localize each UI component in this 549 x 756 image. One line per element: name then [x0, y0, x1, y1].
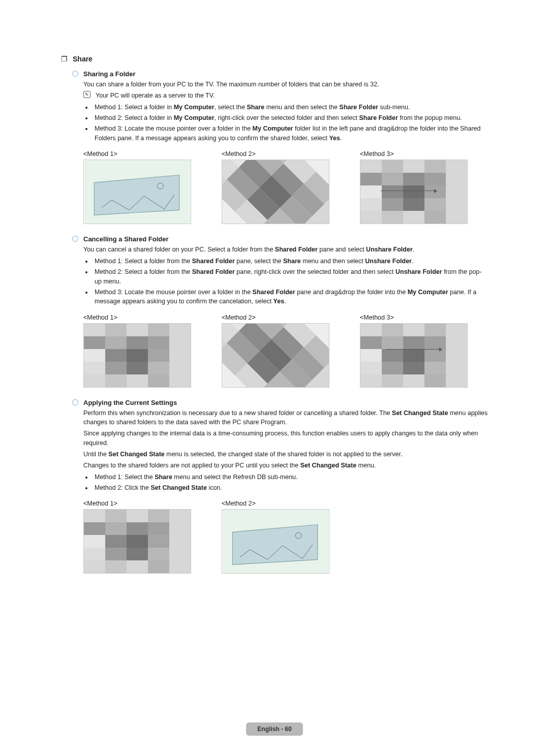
- method2-image: [222, 509, 329, 574]
- method3-image: [360, 160, 468, 224]
- method-col: <Method 1>: [83, 500, 191, 574]
- list-item: Method 1: Select the Share menu and sele…: [93, 472, 488, 483]
- applying-p3: Until the Set Changed State menu is sele…: [83, 450, 488, 459]
- page-footer: English - 60: [0, 722, 549, 736]
- section-header: ❐ Share: [61, 55, 488, 63]
- method-label: <Method 1>: [83, 150, 191, 158]
- sharing-note: Your PC will operate as a server to the …: [96, 91, 215, 100]
- applying-bullets: Method 1: Select the Share menu and sele…: [93, 472, 488, 493]
- sharing-note-row: ✎ Your PC will operate as a server to th…: [83, 91, 488, 100]
- method-label: <Method 1>: [83, 314, 191, 321]
- cancelling-methods-row: <Method 1> <Method 2> <Method 3>: [83, 314, 488, 388]
- method1-image: [83, 509, 191, 574]
- applying-methods-row: <Method 1> <Method 2>: [83, 500, 488, 574]
- sharing-methods-row: <Method 1> <Method 2> <Method 3>: [83, 150, 488, 224]
- applying-settings-block: Applying the Current Settings Perform th…: [72, 399, 488, 574]
- sharing-folder-block: Sharing a Folder You can share a folder …: [72, 70, 488, 224]
- method2-image: [222, 323, 329, 388]
- section-marker: ❐: [61, 55, 68, 63]
- cancelling-title: Cancelling a Shared Folder: [83, 235, 169, 243]
- applying-p4: Changes to the shared folders are not ap…: [83, 461, 488, 470]
- method-label: <Method 3>: [360, 150, 468, 158]
- applying-p1: Perform this when synchronization is nec…: [83, 408, 488, 427]
- method2-image: [222, 160, 329, 224]
- method1-image: [83, 323, 191, 388]
- circle-marker-icon: [72, 236, 78, 242]
- method-label: <Method 2>: [222, 500, 329, 507]
- method-col: <Method 3>: [360, 314, 468, 388]
- cancelling-bullets: Method 1: Select a folder from the Share…: [93, 256, 488, 307]
- method-col: <Method 2>: [222, 500, 329, 574]
- method-label: <Method 3>: [360, 314, 468, 321]
- list-item: Method 2: Click the Set Changed State ic…: [93, 483, 488, 493]
- method1-image: [83, 160, 191, 224]
- note-icon: ✎: [83, 91, 90, 98]
- method-col: <Method 2>: [222, 314, 329, 388]
- list-item: Method 2: Select a folder from the Share…: [93, 267, 488, 287]
- method-col: <Method 3>: [360, 150, 468, 224]
- method-col: <Method 1>: [83, 150, 191, 224]
- circle-marker-icon: [72, 399, 78, 405]
- list-item: Method 1: Select a folder from the Share…: [93, 256, 488, 267]
- circle-marker-icon: [72, 71, 78, 77]
- page-number-pill: English - 60: [246, 722, 302, 736]
- section-title: Share: [73, 55, 93, 63]
- list-item: Method 3: Locate the mouse pointer over …: [93, 123, 488, 144]
- method-col: <Method 1>: [83, 314, 191, 388]
- list-item: Method 1: Select a folder in My Computer…: [93, 102, 488, 113]
- method-label: <Method 2>: [222, 314, 329, 321]
- arrow-icon: [386, 349, 442, 350]
- cancelling-folder-block: Cancelling a Shared Folder You can cance…: [72, 235, 488, 388]
- arrow-icon: [381, 191, 437, 191]
- sharing-intro: You can share a folder from your PC to t…: [83, 80, 488, 89]
- applying-p2: Since applying changes to the internal d…: [83, 429, 488, 447]
- sharing-title: Sharing a Folder: [83, 70, 136, 78]
- list-item: Method 2: Select a folder in My Computer…: [93, 113, 488, 123]
- cancelling-intro: You can cancel a shared folder on your P…: [83, 245, 488, 254]
- method-label: <Method 1>: [83, 500, 191, 507]
- method-col: <Method 2>: [222, 150, 329, 224]
- method-label: <Method 2>: [222, 150, 329, 158]
- list-item: Method 3: Locate the mouse pointer over …: [93, 287, 488, 307]
- method3-image: [360, 323, 468, 388]
- applying-title: Applying the Current Settings: [83, 399, 177, 406]
- sharing-bullets: Method 1: Select a folder in My Computer…: [93, 102, 488, 143]
